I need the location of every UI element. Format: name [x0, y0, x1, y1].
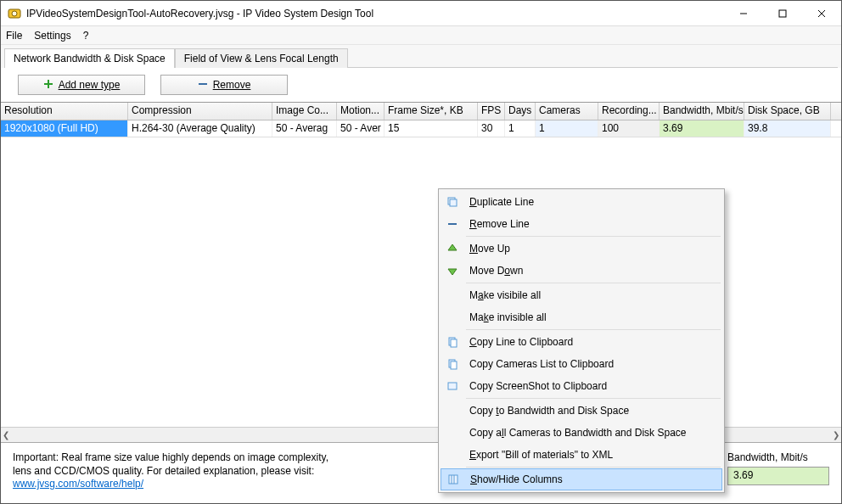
svg-point-1 [12, 11, 17, 16]
scroll-left-icon[interactable]: ❮ [3, 430, 9, 440]
data-grid: Resolution Compression Image Co... Motio… [1, 102, 841, 137]
screenshot-icon [444, 380, 461, 392]
remove-button[interactable]: Remove [160, 75, 288, 95]
ctx-export-bom[interactable]: Export "Bill of materials" to XML [441, 444, 722, 466]
svg-marker-13 [448, 269, 457, 275]
cell-compression[interactable]: H.264-30 (Average Quality) [128, 120, 272, 137]
ctx-invisible-all-label: Make invisible all [469, 311, 547, 323]
cell-motion[interactable]: 50 - Aver [337, 120, 385, 137]
ctx-show-hide-columns[interactable]: Show/Hide Columns [441, 468, 722, 490]
cell-image-complexity[interactable]: 50 - Averag [272, 120, 337, 137]
svg-rect-18 [448, 383, 457, 389]
ctx-show-hide-label: Show/Hide Columns [470, 473, 563, 485]
summary-bandwidth-label: Bandwidth, Mbit/s [727, 451, 829, 463]
remove-label: Remove [213, 79, 251, 91]
col-bandwidth[interactable]: Bandwidth, Mbit/s [660, 103, 744, 120]
cell-bandwidth[interactable]: 3.69 [660, 120, 744, 137]
toolbar: Add new type Remove [1, 68, 841, 102]
menu-help[interactable]: ? [83, 30, 89, 42]
svg-rect-3 [779, 10, 786, 17]
scroll-right-icon[interactable]: ❯ [833, 430, 839, 440]
footer-note-line1: Important: Real frame size value highly … [13, 451, 328, 465]
summary-bandwidth-value: 3.69 [727, 467, 829, 485]
footer-summary: Bandwidth, Mbit/s 3.69 [727, 451, 829, 495]
col-frame-size[interactable]: Frame Size*, KB [385, 103, 478, 120]
ctx-move-down[interactable]: Move Down [441, 260, 722, 282]
menubar: File Settings ? [1, 26, 841, 45]
ctx-copy-bw[interactable]: Copy to Bandwidth and Disk Space [441, 400, 722, 422]
col-image-complexity[interactable]: Image Co... [272, 103, 337, 120]
col-fps[interactable]: FPS [478, 103, 505, 120]
ctx-visible-all[interactable]: Make visibile all [441, 284, 722, 306]
close-button[interactable] [802, 1, 841, 26]
ctx-copy-cameras-label: Copy Cameras List to Clipboard [469, 358, 614, 370]
svg-rect-17 [451, 361, 457, 369]
arrow-up-icon [444, 243, 461, 255]
arrow-down-icon [444, 265, 461, 277]
ctx-invisible-all[interactable]: Make invisible all [441, 306, 722, 328]
ctx-move-down-label: Move Down [469, 265, 523, 277]
ctx-duplicate-label: Duplicate Line [469, 196, 534, 208]
svg-rect-19 [449, 475, 457, 484]
add-type-label: Add new type [59, 79, 121, 91]
grid-header: Resolution Compression Image Co... Motio… [1, 103, 841, 120]
minimize-button[interactable] [724, 1, 763, 26]
remove-icon [444, 218, 461, 230]
minus-icon [198, 79, 208, 92]
ctx-visible-all-label: Make visibile all [469, 289, 541, 301]
menu-file[interactable]: File [6, 30, 22, 42]
add-type-button[interactable]: Add new type [18, 75, 145, 95]
cell-disk[interactable]: 39.8 [744, 120, 831, 137]
col-resolution[interactable]: Resolution [1, 103, 128, 120]
context-menu: Duplicate Line Remove Line Move Up Move … [438, 188, 725, 493]
ctx-duplicate[interactable]: Duplicate Line [441, 191, 722, 213]
cell-fps[interactable]: 30 [478, 120, 505, 137]
ctx-remove-label: Remove Line [469, 218, 530, 230]
cell-recording[interactable]: 100 [598, 120, 660, 137]
col-disk[interactable]: Disk Space, GB [744, 103, 831, 120]
ctx-remove[interactable]: Remove Line [441, 213, 722, 235]
copy-icon [444, 358, 461, 370]
maximize-button[interactable] [763, 1, 802, 26]
ctx-move-up-label: Move Up [469, 243, 510, 255]
menu-settings[interactable]: Settings [34, 30, 70, 42]
ctx-copy-screenshot[interactable]: Copy ScreenShot to Clipboard [441, 375, 722, 397]
col-motion[interactable]: Motion... [337, 103, 385, 120]
tab-row: Network Bandwidth & Disk Space Field of … [1, 45, 841, 68]
window-title: IPVideoSystemDesignTool-AutoRecovery.jvs… [26, 8, 724, 20]
copy-icon [444, 336, 461, 348]
footer-note: Important: Real frame size value highly … [13, 451, 328, 495]
cell-frame-size[interactable]: 15 [385, 120, 478, 137]
col-cameras[interactable]: Cameras [536, 103, 598, 120]
svg-marker-12 [448, 244, 457, 250]
footer-note-line2: lens and CCD/CMOS quality. For detailed … [13, 465, 328, 479]
ctx-export-bom-label: Export "Bill of materials" to XML [469, 449, 613, 461]
footer-help-link[interactable]: www.jvsg.com/software/help/ [13, 478, 143, 490]
col-recording[interactable]: Recording... [598, 103, 660, 120]
col-days[interactable]: Days [505, 103, 536, 120]
ctx-copy-line[interactable]: Copy Line to Clipboard [441, 331, 722, 353]
table-row[interactable]: 1920x1080 (Full HD) H.264-30 (Average Qu… [1, 120, 841, 137]
col-compression[interactable]: Compression [128, 103, 272, 120]
columns-icon [445, 473, 462, 485]
tab-fov[interactable]: Field of View & Lens Focal Length [175, 48, 348, 68]
svg-rect-10 [450, 199, 457, 206]
cell-days[interactable]: 1 [505, 120, 536, 137]
ctx-move-up[interactable]: Move Up [441, 238, 722, 260]
ctx-copy-line-label: Copy Line to Clipboard [469, 336, 573, 348]
app-icon [8, 7, 21, 20]
ctx-copy-bw-label: Copy to Bandwidth and Disk Space [469, 405, 629, 417]
svg-rect-15 [451, 339, 457, 347]
cell-cameras[interactable]: 1 [536, 120, 598, 137]
tab-bandwidth[interactable]: Network Bandwidth & Disk Space [4, 48, 175, 68]
plus-icon [43, 79, 53, 92]
ctx-copy-screenshot-label: Copy ScreenShot to Clipboard [469, 380, 607, 392]
cell-resolution[interactable]: 1920x1080 (Full HD) [1, 120, 128, 137]
ctx-copy-all[interactable]: Copy all Cameras to Bandwidth and Disk S… [441, 422, 722, 444]
ctx-copy-cameras[interactable]: Copy Cameras List to Clipboard [441, 353, 722, 375]
ctx-copy-all-label: Copy all Cameras to Bandwidth and Disk S… [469, 427, 686, 439]
duplicate-icon [444, 196, 461, 208]
titlebar: IPVideoSystemDesignTool-AutoRecovery.jvs… [1, 1, 841, 26]
